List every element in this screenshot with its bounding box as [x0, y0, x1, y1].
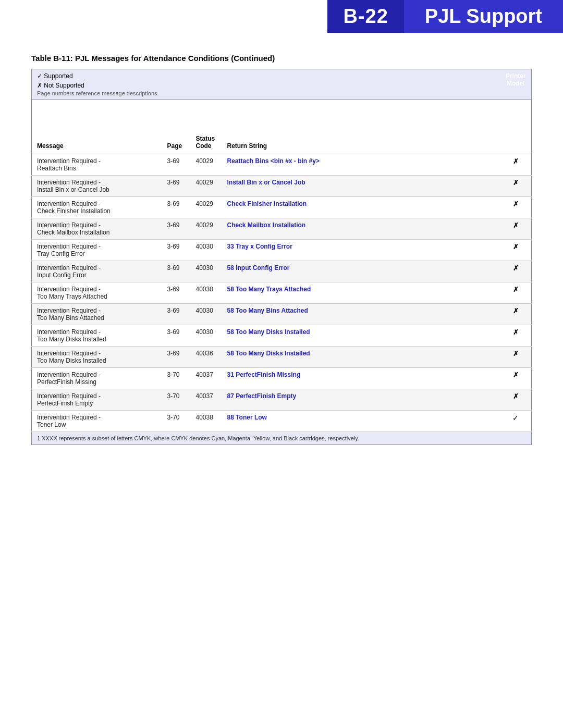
return-string-cell: 33 Tray x Config Error	[222, 240, 500, 261]
status-code-cell: 40030	[191, 261, 222, 282]
supported-legend: ✓ Supported	[37, 72, 495, 80]
model-support-cell: ✗	[500, 282, 532, 304]
page-cell: 3-69	[162, 261, 191, 282]
return-string-cell: 58 Too Many Disks Installed	[222, 325, 500, 347]
page-col-header: Page	[162, 100, 191, 154]
return-string-cell: 87 PerfectFinish Empty	[222, 389, 500, 411]
status-code-cell: 40029	[191, 197, 222, 218]
model-support-cell: ✗	[500, 389, 532, 411]
table-row: Intervention Required -PerfectFinish Mis…	[32, 368, 532, 389]
footnote-row: 1 XXXX represents a subset of letters CM…	[32, 432, 532, 445]
supported-symbol: ✓	[37, 72, 44, 80]
page-cell: 3-69	[162, 176, 191, 197]
page-id: B-22	[327, 0, 403, 33]
model-support-cell: ✗	[500, 325, 532, 347]
status-code-cell: 40030	[191, 304, 222, 325]
page-cell: 3-69	[162, 347, 191, 368]
return-string-cell: Check Mailbox Installation	[222, 218, 500, 240]
message-cell: Intervention Required -Check Mailbox Ins…	[32, 218, 162, 240]
model-support-cell: ✗	[500, 197, 532, 218]
x-icon: ✗	[513, 307, 519, 315]
table-row: Intervention Required -Too Many Bins Att…	[32, 304, 532, 325]
x-icon: ✗	[513, 200, 519, 208]
page-cell: 3-70	[162, 389, 191, 411]
status-code-cell: 40037	[191, 368, 222, 389]
x-icon: ✗	[513, 371, 519, 379]
table-row: Intervention Required -Tray Config Error…	[32, 240, 532, 261]
return-col-header: Return String	[222, 100, 500, 154]
message-cell: Intervention Required -Too Many Disks In…	[32, 325, 162, 347]
model-col-header: T640, T642, T644	[500, 100, 532, 154]
message-cell: Intervention Required -Too Many Trays At…	[32, 282, 162, 304]
model-support-cell: ✗	[500, 240, 532, 261]
message-cell: Intervention Required -Input Config Erro…	[32, 261, 162, 282]
table-row: Intervention Required -Reattach Bins3-69…	[32, 154, 532, 176]
model-support-cell: ✓	[500, 411, 532, 432]
main-table: ✓ Supported ✗ Not Supported Page numbers…	[31, 69, 532, 445]
x-icon: ✗	[513, 243, 519, 251]
return-string-cell: Install Bin x or Cancel Job	[222, 176, 500, 197]
x-icon: ✗	[513, 179, 519, 187]
table-row: Intervention Required -Too Many Disks In…	[32, 325, 532, 347]
page-cell: 3-69	[162, 282, 191, 304]
page-cell: 3-69	[162, 218, 191, 240]
x-icon: ✗	[513, 221, 519, 229]
page-cell: 3-70	[162, 368, 191, 389]
page-cell: 3-69	[162, 240, 191, 261]
status-code-cell: 40029	[191, 176, 222, 197]
message-cell: Intervention Required -Tray Config Error	[32, 240, 162, 261]
not-supported-legend: ✗ Not Supported	[37, 82, 495, 89]
legend-cell: ✓ Supported ✗ Not Supported Page numbers…	[32, 69, 500, 100]
return-string-cell: Reattach Bins <bin #x - bin #y>	[222, 154, 500, 176]
return-string-cell: Check Finisher Installation	[222, 197, 500, 218]
x-icon: ✗	[513, 350, 519, 357]
model-support-cell: ✗	[500, 347, 532, 368]
page-cell: 3-69	[162, 304, 191, 325]
legend-row: ✓ Supported ✗ Not Supported Page numbers…	[32, 69, 532, 100]
message-cell: Intervention Required -Too Many Disks In…	[32, 347, 162, 368]
status-code-cell: 40030	[191, 240, 222, 261]
return-string-cell: 58 Too Many Bins Attached	[222, 304, 500, 325]
return-string-cell: 58 Too Many Trays Attached	[222, 282, 500, 304]
message-cell: Intervention Required -PerfectFinish Mis…	[32, 368, 162, 389]
table-title: Table B-11: PJL Messages for Attendance …	[31, 54, 532, 63]
legend-note: Page numbers reference message descripti…	[37, 90, 495, 96]
x-icon: ✗	[513, 264, 519, 272]
status-code-cell: 40030	[191, 325, 222, 347]
status-code-cell: 40038	[191, 411, 222, 432]
message-col-header: Message	[32, 100, 162, 154]
message-cell: Intervention Required -Install Bin x or …	[32, 176, 162, 197]
message-cell: Intervention Required -Too Many Bins Att…	[32, 304, 162, 325]
model-support-cell: ✗	[500, 304, 532, 325]
page-header: B-22 PJL Support	[0, 0, 563, 33]
table-body: Intervention Required -Reattach Bins3-69…	[32, 154, 532, 432]
table-row: Intervention Required -Input Config Erro…	[32, 261, 532, 282]
model-support-cell: ✗	[500, 368, 532, 389]
status-code-cell: 40037	[191, 389, 222, 411]
message-cell: Intervention Required -Toner Low	[32, 411, 162, 432]
x-icon: ✗	[513, 286, 519, 293]
status-col-header: StatusCode	[191, 100, 222, 154]
message-cell: Intervention Required -PerfectFinish Emp…	[32, 389, 162, 411]
page-title: PJL Support	[404, 0, 563, 33]
page-cell: 3-70	[162, 411, 191, 432]
status-code-cell: 40029	[191, 154, 222, 176]
message-cell: Intervention Required -Check Finisher In…	[32, 197, 162, 218]
return-string-cell: 58 Too Many Disks Installed	[222, 347, 500, 368]
page-cell: 3-69	[162, 325, 191, 347]
table-row: Intervention Required -Toner Low3-704003…	[32, 411, 532, 432]
message-cell: Intervention Required -Reattach Bins	[32, 154, 162, 176]
page-cell: 3-69	[162, 154, 191, 176]
table-row: Intervention Required -Check Finisher In…	[32, 197, 532, 218]
x-icon: ✗	[513, 392, 519, 400]
status-code-cell: 40030	[191, 282, 222, 304]
x-icon: ✗	[513, 328, 519, 336]
table-row: Intervention Required -PerfectFinish Emp…	[32, 389, 532, 411]
table-row: Intervention Required -Too Many Trays At…	[32, 282, 532, 304]
return-string-cell: 88 Toner Low	[222, 411, 500, 432]
check-icon: ✓	[512, 414, 519, 422]
page-cell: 3-69	[162, 197, 191, 218]
page-content: Table B-11: PJL Messages for Attendance …	[0, 33, 563, 476]
model-support-cell: ✗	[500, 261, 532, 282]
model-support-cell: ✗	[500, 176, 532, 197]
